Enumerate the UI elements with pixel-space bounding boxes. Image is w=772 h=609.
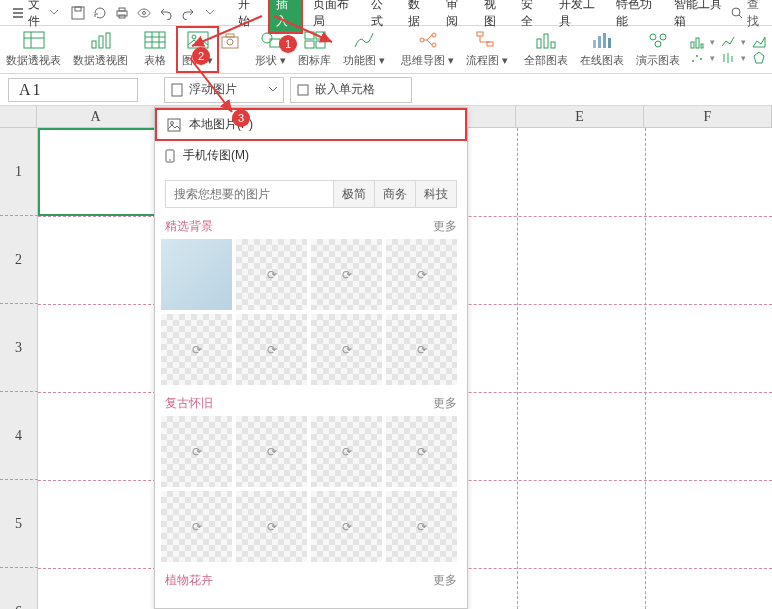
row-header-6[interactable]: 6 xyxy=(0,568,38,609)
picture-thumb[interactable]: ⟳ xyxy=(311,314,382,385)
hamburger-icon xyxy=(12,7,24,19)
row-header-3[interactable]: 3 xyxy=(0,304,38,392)
picture-search-input[interactable] xyxy=(166,181,333,207)
filter-chip-minimal[interactable]: 极简 xyxy=(333,181,374,207)
picture-dropdown: 本地图片(P) 手机传图(M) 极简 商务 科技 精选背景 更多 ⟳ ⟳ ⟳ ⟳… xyxy=(154,107,468,609)
phone-picture-label: 手机传图(M) xyxy=(183,147,249,164)
svg-rect-32 xyxy=(598,36,601,48)
chevron-down-icon xyxy=(50,10,58,15)
filter-chip-tech[interactable]: 科技 xyxy=(415,181,456,207)
refresh-icon[interactable] xyxy=(92,5,108,21)
table-label: 表格 xyxy=(144,53,166,68)
svg-rect-29 xyxy=(544,34,548,48)
demo-chart-icon xyxy=(647,31,669,51)
small-radar-icon[interactable] xyxy=(752,51,766,65)
callout-2: 2 xyxy=(192,47,210,65)
save-icon[interactable] xyxy=(70,5,86,21)
svg-rect-30 xyxy=(551,42,555,48)
ribbon-pivot-chart[interactable]: 数据透视图 xyxy=(67,26,134,73)
svg-rect-28 xyxy=(537,39,541,48)
chevron-down-icon xyxy=(269,87,277,92)
pivot-chart-icon xyxy=(90,31,112,51)
section-header-retro: 复古怀旧 更多 xyxy=(155,385,467,416)
svg-rect-1 xyxy=(75,7,81,11)
flowchart-icon xyxy=(476,31,498,51)
ribbon-demo-chart[interactable]: 演示图表 xyxy=(630,26,686,73)
picture-thumb[interactable]: ⟳ xyxy=(311,239,382,310)
row-header-2[interactable]: 2 xyxy=(0,216,38,304)
mindmap-icon xyxy=(417,31,439,51)
row-header-5[interactable]: 5 xyxy=(0,480,38,568)
all-charts-icon xyxy=(535,31,557,51)
picture-thumb[interactable]: ⟳ xyxy=(161,314,232,385)
svg-rect-38 xyxy=(691,42,694,48)
preview-icon[interactable] xyxy=(136,5,152,21)
picture-thumb[interactable]: ⟳ xyxy=(236,314,307,385)
svg-rect-33 xyxy=(603,33,606,48)
small-area-icon[interactable] xyxy=(752,35,766,49)
shapes-label: 形状 ▾ xyxy=(255,53,286,68)
table-icon xyxy=(144,31,166,51)
row-header-1[interactable]: 1 xyxy=(0,128,38,216)
secondary-bar: A1 浮动图片 嵌入单元格 xyxy=(0,74,772,106)
small-scatter-icon[interactable] xyxy=(690,51,704,65)
svg-point-35 xyxy=(650,34,656,40)
svg-rect-26 xyxy=(477,32,483,36)
menu-phone-picture[interactable]: 手机传图(M) xyxy=(155,141,467,170)
search-icon xyxy=(731,7,743,19)
embed-cell-option[interactable]: 嵌入单元格 xyxy=(290,77,412,103)
svg-point-54 xyxy=(169,159,171,161)
picture-thumb[interactable]: ⟳ xyxy=(386,416,457,487)
svg-rect-31 xyxy=(593,40,596,48)
select-all-corner[interactable] xyxy=(0,106,37,128)
svg-rect-3 xyxy=(119,8,125,11)
ribbon-all-charts[interactable]: 全部图表 xyxy=(518,26,574,73)
ribbon-mindmap[interactable]: 思维导图 ▾ xyxy=(395,26,460,73)
svg-point-23 xyxy=(420,38,424,42)
picture-thumb[interactable]: ⟳ xyxy=(161,416,232,487)
ribbon-pivot-table[interactable]: 数据透视表 xyxy=(0,26,67,73)
print-icon[interactable] xyxy=(114,5,130,21)
picture-thumb[interactable]: ⟳ xyxy=(236,491,307,562)
all-charts-label: 全部图表 xyxy=(524,53,568,68)
svg-point-52 xyxy=(171,121,174,124)
col-header-f[interactable]: F xyxy=(644,106,772,128)
section-more-link[interactable]: 更多 xyxy=(433,218,457,235)
row-header-4[interactable]: 4 xyxy=(0,392,38,480)
ribbon-flowchart[interactable]: 流程图 ▾ xyxy=(460,26,514,73)
small-line-icon[interactable] xyxy=(721,35,735,49)
svg-rect-11 xyxy=(145,32,165,48)
picture-thumb[interactable]: ⟳ xyxy=(311,416,382,487)
col-header-a[interactable]: A xyxy=(37,106,155,128)
section-more-link[interactable]: 更多 xyxy=(433,572,457,589)
svg-point-6 xyxy=(732,8,740,16)
picture-thumb[interactable]: ⟳ xyxy=(236,239,307,310)
name-box[interactable]: A1 xyxy=(8,78,138,102)
small-chart-icon[interactable] xyxy=(690,35,704,49)
svg-point-43 xyxy=(696,55,698,57)
thumb-grid-bg: ⟳ ⟳ ⟳ ⟳ ⟳ ⟳ ⟳ xyxy=(155,239,467,385)
active-cell-a1[interactable] xyxy=(38,128,156,216)
picture-thumb[interactable]: ⟳ xyxy=(236,416,307,487)
ribbon-online-chart[interactable]: 在线图表 xyxy=(574,26,630,73)
picture-thumb[interactable] xyxy=(161,239,232,310)
picture-thumb[interactable]: ⟳ xyxy=(386,314,457,385)
picture-thumb[interactable]: ⟳ xyxy=(386,491,457,562)
flowchart-label: 流程图 ▾ xyxy=(466,53,508,68)
online-chart-label: 在线图表 xyxy=(580,53,624,68)
undo-icon[interactable] xyxy=(158,5,174,21)
col-header-e[interactable]: E xyxy=(516,106,644,128)
ribbon-table[interactable]: 表格 xyxy=(138,26,172,73)
section-title: 精选背景 xyxy=(165,218,213,235)
svg-rect-50 xyxy=(298,85,308,95)
small-stock-icon[interactable] xyxy=(721,51,735,65)
picture-thumb[interactable]: ⟳ xyxy=(161,491,232,562)
pivot-table-icon xyxy=(23,31,45,51)
callout-3: 3 xyxy=(232,109,250,127)
svg-point-44 xyxy=(700,58,702,60)
svg-rect-8 xyxy=(92,41,96,48)
section-more-link[interactable]: 更多 xyxy=(433,395,457,412)
filter-chip-business[interactable]: 商务 xyxy=(374,181,415,207)
picture-thumb[interactable]: ⟳ xyxy=(386,239,457,310)
picture-thumb[interactable]: ⟳ xyxy=(311,491,382,562)
